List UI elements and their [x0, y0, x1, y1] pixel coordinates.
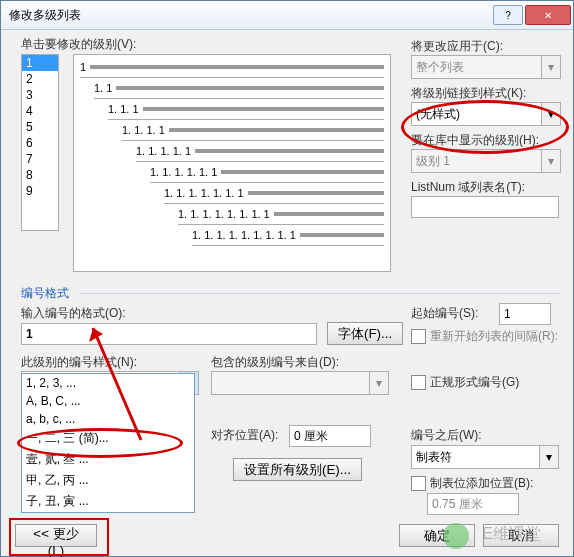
- level-item-5[interactable]: 5: [22, 119, 58, 135]
- label-link-style: 将级别链接到样式(K):: [411, 85, 561, 102]
- level-listbox[interactable]: 1 2 3 4 5 6 7 8 9: [21, 54, 59, 231]
- chevron-down-icon: ▾: [369, 372, 388, 394]
- label-apply-to: 将更改应用于(C):: [411, 38, 561, 55]
- preview-number: 1. 1. 1. 1. 1: [136, 145, 191, 157]
- chevron-down-icon: ▾: [541, 56, 560, 78]
- dropdown-number-style[interactable]: 1, 2, 3, ... A, B, C, ... a, b, c, ... 一…: [21, 373, 195, 513]
- preview-bar: [169, 128, 384, 132]
- label-start-at: 起始编号(S):: [411, 305, 478, 322]
- input-listnum[interactable]: [411, 196, 559, 218]
- level-item-8[interactable]: 8: [22, 167, 58, 183]
- preview-number: 1. 1. 1. 1. 1. 1. 1. 1: [178, 208, 270, 220]
- preview-number: 1. 1. 1. 1. 1. 1. 1. 1. 1: [192, 229, 296, 241]
- combo-gallery-level[interactable]: 级别 1▾: [411, 149, 561, 173]
- label-listnum: ListNum 域列表名(T):: [411, 179, 561, 196]
- chevron-down-icon: ▾: [541, 103, 560, 125]
- preview-bar: [274, 212, 384, 216]
- level-item-6[interactable]: 6: [22, 135, 58, 151]
- style-opt[interactable]: 一, 二, 三 (简)...: [22, 428, 194, 449]
- preview-bar: [221, 170, 384, 174]
- style-opt[interactable]: 子, 丑, 寅 ...: [22, 491, 194, 512]
- preview-bar: [116, 86, 384, 90]
- preview-bar: [300, 233, 384, 237]
- input-number-format[interactable]: [21, 323, 317, 345]
- label-include-from: 包含的级别编号来自(D):: [211, 354, 339, 371]
- style-opt[interactable]: A, B, C, ...: [22, 392, 194, 410]
- font-button[interactable]: 字体(F)...: [327, 322, 403, 345]
- check-legal[interactable]: 正规形式编号(G): [411, 374, 519, 391]
- combo-apply-to[interactable]: 整个列表▾: [411, 55, 561, 79]
- preview-bar: [248, 191, 385, 195]
- label-align: 对齐位置(A):: [211, 427, 278, 444]
- check-restart[interactable]: 重新开始列表的间隔(R):: [411, 328, 558, 345]
- combo-include-from[interactable]: ▾: [211, 371, 389, 395]
- cancel-button[interactable]: 取消: [483, 524, 559, 547]
- level-item-3[interactable]: 3: [22, 87, 58, 103]
- preview-bar: [195, 149, 384, 153]
- preview-number: 1: [80, 61, 86, 73]
- label-followed-by: 编号之后(W):: [411, 427, 482, 444]
- dialog-title: 修改多级列表: [9, 7, 493, 24]
- check-add-tab[interactable]: 制表位添加位置(B):: [411, 475, 533, 492]
- section-number-format: 编号格式: [21, 285, 69, 302]
- label-click-level: 单击要修改的级别(V):: [21, 36, 136, 53]
- level-item-1[interactable]: 1: [22, 55, 58, 71]
- preview-number: 1. 1. 1. 1: [122, 124, 165, 136]
- style-opt[interactable]: 1, 2, 3, ...: [22, 374, 194, 392]
- style-opt[interactable]: a, b, c, ...: [22, 410, 194, 428]
- preview-number: 1. 1: [94, 82, 112, 94]
- divider: [79, 293, 561, 294]
- label-this-style: 此级别的编号样式(N):: [21, 354, 137, 371]
- preview-bar: [90, 65, 384, 69]
- titlebar: 修改多级列表 ? ✕: [1, 1, 573, 30]
- less-button[interactable]: << 更少(L): [15, 524, 97, 547]
- level-item-4[interactable]: 4: [22, 103, 58, 119]
- preview-number: 1. 1. 1: [108, 103, 139, 115]
- close-button[interactable]: ✕: [525, 5, 571, 25]
- combo-link-style[interactable]: (无样式)▾: [411, 102, 561, 126]
- preview-bar: [143, 107, 384, 111]
- style-opt[interactable]: 甲, 乙, 丙 ...: [22, 470, 194, 491]
- input-align[interactable]: [289, 425, 371, 447]
- preview-number: 1. 1. 1. 1. 1. 1. 1: [164, 187, 244, 199]
- help-button[interactable]: ?: [493, 5, 523, 25]
- preview-pane: 11. 11. 1. 11. 1. 1. 11. 1. 1. 1. 11. 1.…: [73, 54, 391, 272]
- dialog-modify-multilevel-list: 修改多级列表 ? ✕ 单击要修改的级别(V): 1 2 3 4 5 6 7 8 …: [0, 0, 574, 557]
- combo-followed-by[interactable]: 制表符▾: [411, 445, 559, 469]
- level-item-9[interactable]: 9: [22, 183, 58, 199]
- label-gallery-level: 要在库中显示的级别(H):: [411, 132, 561, 149]
- set-all-levels-button[interactable]: 设置所有级别(E)...: [233, 458, 362, 481]
- chevron-down-icon: ▾: [539, 446, 558, 468]
- style-opt[interactable]: 壹, 贰, 叁 ...: [22, 449, 194, 470]
- input-start-at[interactable]: [499, 303, 551, 325]
- wechat-icon: [443, 523, 469, 549]
- input-tab-position[interactable]: [427, 493, 519, 515]
- preview-number: 1. 1. 1. 1. 1. 1: [150, 166, 217, 178]
- level-item-7[interactable]: 7: [22, 151, 58, 167]
- label-input-format: 输入编号的格式(O):: [21, 305, 126, 322]
- chevron-down-icon: ▾: [541, 150, 560, 172]
- level-item-2[interactable]: 2: [22, 71, 58, 87]
